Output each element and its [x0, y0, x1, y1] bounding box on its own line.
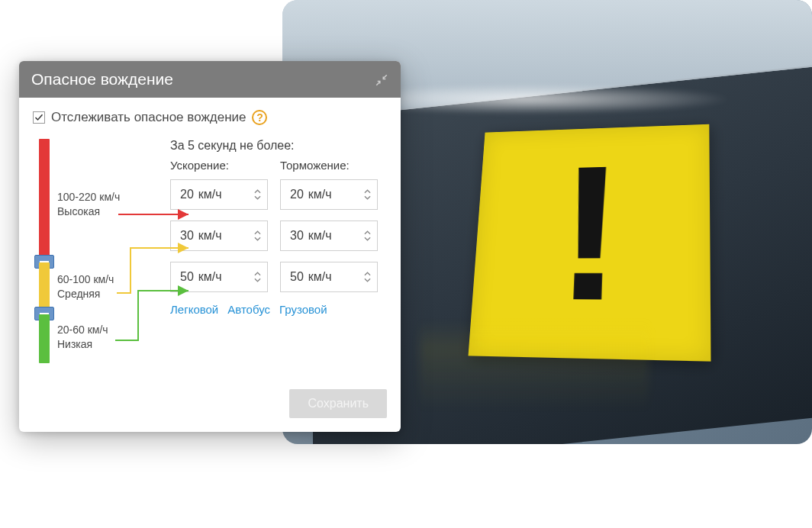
panel-title: Опасное вождение	[31, 70, 173, 89]
panel-header: Опасное вождение	[19, 61, 401, 98]
accel-low-input[interactable]: 50 км/ч	[170, 262, 268, 292]
brake-high-value: 20	[290, 188, 304, 201]
save-button[interactable]: Сохранить	[289, 389, 387, 418]
track-label: Отслеживать опасное вождение	[51, 110, 246, 125]
sign-reflection	[420, 320, 649, 412]
dangerous-driving-panel: Опасное вождение Отслеживать опасное вож…	[19, 61, 401, 432]
inputs-column: За 5 секунд не более: Ускорение: Торможе…	[170, 139, 387, 368]
chevron-up-icon[interactable]	[364, 189, 371, 194]
stepper-arrows[interactable]	[254, 230, 261, 241]
preset-car[interactable]: Легковой	[170, 303, 218, 316]
exclamation-icon: !	[555, 160, 625, 305]
range-mid-value: 60-100 км/ч	[57, 273, 114, 285]
preset-truck[interactable]: Грузовой	[279, 303, 327, 316]
range-high-name: Высокая	[57, 205, 120, 217]
brake-low-input[interactable]: 50 км/ч	[280, 262, 378, 292]
speed-scale-column: 100-220 км/ч Высокая 60-100 км/ч Средняя…	[33, 139, 170, 368]
accel-mid-input[interactable]: 30 км/ч	[170, 221, 268, 251]
range-high-value: 100-220 км/ч	[57, 191, 120, 203]
segment-low	[39, 314, 50, 363]
stepper-arrows[interactable]	[254, 189, 261, 200]
accel-high-input[interactable]: 20 км/ч	[170, 179, 268, 210]
stepper-arrows[interactable]	[364, 189, 371, 200]
brake-mid-input[interactable]: 30 км/ч	[280, 221, 378, 251]
stepper-arrows[interactable]	[364, 272, 371, 282]
unit-label: км/ч	[308, 188, 364, 201]
stepper-arrows[interactable]	[254, 272, 261, 282]
input-row-mid: 30 км/ч 30 км/ч	[170, 221, 387, 251]
panel-body: Отслеживать опасное вождение ? 100-220 к…	[19, 98, 401, 432]
collapse-icon[interactable]	[375, 72, 388, 86]
chevron-up-icon[interactable]	[254, 189, 261, 194]
track-row: Отслеживать опасное вождение ?	[33, 110, 387, 125]
range-low-name: Низкая	[57, 338, 108, 350]
col-accel: Ускорение:	[170, 159, 268, 172]
accel-mid-value: 30	[180, 229, 194, 243]
track-checkbox[interactable]	[33, 111, 45, 124]
segment-mid	[39, 262, 50, 311]
chevron-up-icon[interactable]	[254, 272, 261, 276]
accel-high-value: 20	[180, 188, 194, 201]
accel-low-value: 50	[180, 270, 194, 284]
chevron-down-icon[interactable]	[364, 237, 371, 241]
unit-label: км/ч	[308, 229, 364, 243]
content-row: 100-220 км/ч Высокая 60-100 км/ч Средняя…	[33, 139, 387, 368]
segment-high	[39, 139, 50, 259]
unit-label: км/ч	[198, 229, 254, 243]
speed-scale	[39, 139, 50, 368]
preset-bus[interactable]: Автобус	[227, 303, 270, 316]
vehicle-presets: Легковой Автобус Грузовой	[170, 303, 387, 316]
brake-low-value: 50	[290, 270, 304, 284]
chevron-up-icon[interactable]	[364, 230, 371, 235]
chevron-up-icon[interactable]	[364, 272, 371, 276]
chevron-down-icon[interactable]	[254, 278, 261, 282]
unit-label: км/ч	[308, 270, 364, 284]
range-mid-name: Средняя	[57, 288, 114, 300]
chevron-down-icon[interactable]	[364, 278, 371, 282]
input-row-high: 20 км/ч 20 км/ч	[170, 179, 387, 210]
range-low-value: 20-60 км/ч	[57, 324, 108, 336]
unit-label: км/ч	[198, 188, 254, 201]
brake-high-input[interactable]: 20 км/ч	[280, 179, 378, 210]
stepper-arrows[interactable]	[364, 230, 371, 241]
range-mid: 60-100 км/ч Средняя	[57, 273, 114, 300]
limits-header: За 5 секунд не более:	[170, 139, 387, 153]
panel-footer: Сохранить	[33, 389, 387, 418]
col-brake: Торможение:	[280, 159, 378, 172]
chevron-down-icon[interactable]	[254, 237, 261, 241]
brake-mid-value: 30	[290, 229, 304, 243]
column-headers: Ускорение: Торможение:	[170, 159, 387, 172]
range-high: 100-220 км/ч Высокая	[57, 191, 120, 217]
chevron-up-icon[interactable]	[254, 230, 261, 235]
input-row-low: 50 км/ч 50 км/ч	[170, 262, 387, 292]
unit-label: км/ч	[198, 270, 254, 284]
range-low: 20-60 км/ч Низкая	[57, 324, 108, 350]
chevron-down-icon[interactable]	[364, 195, 371, 200]
chevron-down-icon[interactable]	[254, 195, 261, 200]
help-icon[interactable]: ?	[252, 110, 267, 125]
